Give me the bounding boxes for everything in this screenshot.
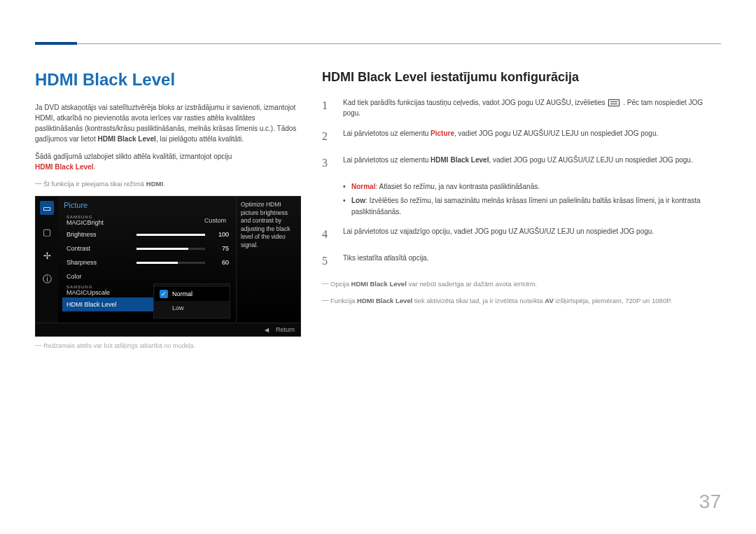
bullet-low-label: Low	[351, 197, 365, 204]
osd-icon-rail: ▭ ▢ ✢ ⓘ	[36, 197, 58, 323]
note1-text: Šī funkcija ir pieejama tikai režīmā	[43, 180, 146, 188]
bullet-normal-text: : Atlasiet šo režīmu, ja nav kontrasta p…	[375, 183, 540, 190]
osd-sub-normal-label: Normal	[172, 290, 192, 297]
osd-row-hdmi-black-level[interactable]: HDMI Black Level	[62, 297, 156, 311]
step-2-red: Picture	[430, 129, 454, 137]
note-a-post: var nebūt saderīga ar dažām avota ierīcē…	[407, 280, 537, 288]
menu-icon	[608, 99, 620, 106]
step-3-num: 3	[322, 155, 333, 171]
osd-row-upscale[interactable]: SAMSUNGMAGICUpscale	[62, 283, 156, 297]
step-1-pre: Kad tiek parādīts funkcijas taustiņu ceļ…	[343, 99, 607, 106]
osd-bar-sharpness	[136, 262, 205, 264]
settings-icon[interactable]: ✢	[40, 248, 54, 262]
monitor-icon[interactable]: ▭	[40, 201, 54, 215]
step-1-num: 1	[322, 97, 333, 118]
para2-red: HDMI Black Level	[35, 163, 93, 171]
osd-val-contrast: 75	[209, 245, 229, 252]
step-4-num: 4	[322, 226, 333, 243]
para2-dot: .	[93, 163, 95, 171]
para2-text: Šādā gadījumā uzlabojiet slikto attēla k…	[35, 153, 232, 160]
osd-label-upscale: SAMSUNGMAGICUpscale	[66, 286, 136, 296]
step-5: 5 Tiks iestatīta atlasītā opcija.	[322, 253, 721, 269]
note-a-bold: HDMI Black Level	[351, 280, 407, 288]
image-disclaimer: Redzamais attēls var būt atšķirīgs atkar…	[35, 342, 301, 349]
osd-label-sharpness: Sharpness	[66, 259, 136, 266]
osd-footer: ◀ Return	[36, 323, 300, 336]
step-3-pre: Lai pārvietotos uz elementu	[343, 156, 430, 164]
bullet-low: Low: Izvēlēties šo režīmu, lai samazināt…	[343, 195, 721, 218]
top-accent	[35, 42, 77, 45]
osd-label-contrast: Contrast	[66, 245, 136, 252]
osd-sub-low[interactable]: Low	[154, 301, 230, 315]
bullet-low-text: : Izvēlēties šo režīmu, lai samazinātu m…	[351, 197, 701, 216]
page-number: 37	[699, 491, 721, 513]
image-icon[interactable]: ▢	[40, 225, 54, 239]
note-b-bold: HDMI Black Level	[357, 297, 412, 304]
osd-bar-contrast	[136, 248, 205, 250]
bullet-normal-label: Normal	[351, 183, 375, 190]
note-compat: Opcija HDMI Black Level var nebūt saderī…	[322, 279, 721, 289]
options-bullets: Normal: Atlasiet šo režīmu, ja nav kontr…	[343, 181, 721, 218]
note1-dot: .	[163, 180, 165, 188]
note-av: Funkcija HDMI Black Level tiek aktivizēt…	[322, 296, 721, 306]
top-rule	[35, 43, 721, 44]
page-title: HDMI Black Level	[35, 70, 301, 90]
osd-row-sharpness[interactable]: Sharpness 60	[62, 255, 233, 269]
section-subtitle: HDMI Black Level iestatījumu konfigurāci…	[322, 70, 721, 85]
back-icon[interactable]: ◀	[265, 327, 269, 333]
note1-bold: HDMI	[146, 180, 163, 188]
osd-row-brightness[interactable]: Brightness 100	[62, 227, 233, 241]
osd-submenu: ✓ Normal Low	[153, 283, 230, 318]
note-a-pre: Opcija	[330, 280, 351, 288]
note-hdmi-only: Šī funkcija ir pieejama tikai režīmā HDM…	[35, 179, 301, 189]
osd-menu: ▭ ▢ ✢ ⓘ Picture SAMSUNGMAGICBright Custo…	[35, 196, 301, 337]
osd-row-magicbright[interactable]: SAMSUNGMAGICBright Custom	[62, 213, 233, 227]
step-5-num: 5	[322, 253, 333, 269]
osd-row-color[interactable]: Color	[62, 269, 233, 283]
step-2-pre: Lai pārvietotos uz elementu	[343, 129, 430, 137]
osd-section-title: Picture	[62, 201, 233, 209]
osd-help-text: Optimize HDMI picture brightness and con…	[236, 197, 300, 323]
step-3-bold: HDMI Black Level	[430, 156, 489, 164]
osd-label-magicbright: SAMSUNGMAGICBright	[66, 216, 136, 226]
osd-val-brightness: 100	[209, 231, 229, 238]
osd-return-label[interactable]: Return	[276, 326, 295, 333]
step-2: 2 Lai pārvietotos uz elementu Picture, v…	[322, 128, 721, 145]
step-3-post: , vadiet JOG pogu UZ AUGŠU/UZ LEJU un no…	[489, 156, 692, 164]
steps-list: 1 Kad tiek parādīts funkcijas taustiņu c…	[322, 97, 721, 171]
page-content: HDMI Black Level Ja DVD atskaņotājs vai …	[0, 0, 756, 349]
left-column: HDMI Black Level Ja DVD atskaņotājs vai …	[35, 70, 301, 349]
osd-label-hbl: HDMI Black Level	[66, 301, 117, 308]
osd-sub-low-label: Low	[172, 304, 184, 311]
step-1: 1 Kad tiek parādīts funkcijas taustiņu c…	[322, 97, 721, 118]
osd-body: ▭ ▢ ✢ ⓘ Picture SAMSUNGMAGICBright Custo…	[36, 197, 300, 323]
step-2-text: Lai pārvietotos uz elementu Picture, vad…	[343, 128, 658, 145]
osd-row-contrast[interactable]: Contrast 75	[62, 241, 233, 255]
osd-label-brightness: Brightness	[66, 231, 136, 238]
intro-paragraph: Ja DVD atskaņotājs vai satelītuztvērēja …	[35, 102, 301, 144]
osd-val-sharpness: 60	[209, 259, 229, 266]
osd-label-color: Color	[66, 273, 136, 280]
check-icon: ✓	[160, 290, 168, 298]
step-1-text: Kad tiek parādīts funkcijas taustiņu ceļ…	[343, 97, 721, 118]
note-b-mid: tiek aktivizēta tikai tad, ja ir izvēlēt…	[412, 297, 545, 304]
step-3: 3 Lai pārvietotos uz elementu HDMI Black…	[322, 155, 721, 171]
note-b-pre: Funkcija	[330, 297, 357, 304]
note-b-post: izšķirtspēja, piemēram, 720P un 1080P.	[554, 297, 672, 304]
right-column: HDMI Black Level iestatījumu konfigurāci…	[322, 70, 721, 349]
osd-submain: SAMSUNGMAGICUpscale HDMI Black Level ✓ N…	[62, 283, 233, 318]
osd-val-magicbright: Custom	[136, 217, 229, 224]
step-2-num: 2	[322, 128, 333, 145]
bullet-normal: Normal: Atlasiet šo režīmu, ja nav kontr…	[343, 181, 721, 192]
osd-main: Picture SAMSUNGMAGICBright Custom Bright…	[58, 197, 236, 323]
intro-text-2: , lai pielāgotu attēla kvalitāti.	[156, 135, 244, 143]
step-2-post: , vadiet JOG pogu UZ AUGŠU/UZ LEJU un no…	[454, 129, 658, 137]
note-b-bold2: AV	[545, 297, 554, 304]
osd-bar-brightness	[136, 234, 205, 236]
intro-bold: HDMI Black Level	[98, 135, 156, 143]
osd-sub-normal[interactable]: ✓ Normal	[154, 287, 230, 301]
info-icon[interactable]: ⓘ	[40, 272, 54, 286]
step-5-text: Tiks iestatīta atlasītā opcija.	[343, 253, 428, 269]
step-3-text: Lai pārvietotos uz elementu HDMI Black L…	[343, 155, 693, 171]
step-4-text: Lai pārvietotos uz vajadzīgo opciju, vad…	[343, 226, 654, 243]
